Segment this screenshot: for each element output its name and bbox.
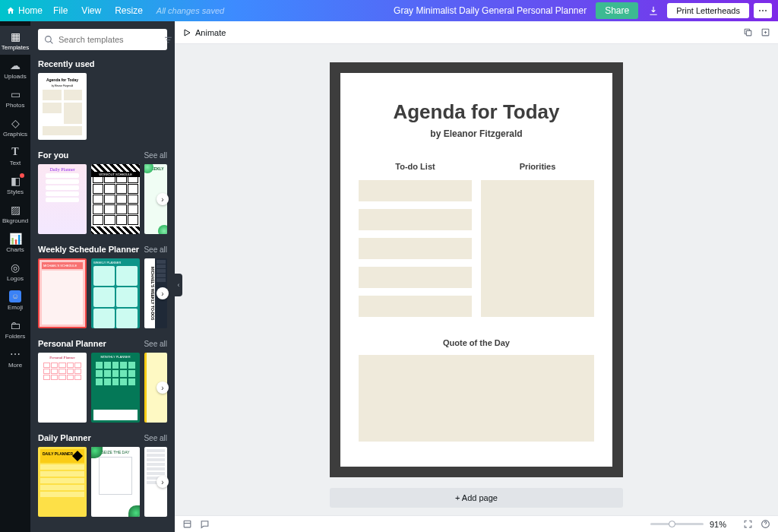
template-thumb[interactable]: Daily Planner [38,164,87,234]
rail-charts[interactable]: 📊 Charts [0,228,30,257]
download-button[interactable] [644,3,663,18]
new-page-button[interactable] [761,27,770,37]
template-thumb[interactable]: DAILY PLANNER [38,447,87,517]
see-all-link[interactable]: See all [144,434,167,442]
svg-rect-4 [184,521,191,527]
canvas-area[interactable]: Agenda for Today by Eleanor Fitzgerald T… [175,44,778,515]
home-label: Home [18,5,43,16]
section-title-personal: Personal Planner [38,339,106,348]
template-thumb[interactable]: Agenda for Today by Eleanor Fitzgerald [38,73,87,140]
section-title-weekly: Weekly Schedule Planner [38,245,139,254]
view-menu[interactable]: View [81,5,101,16]
rail-label: Charts [6,246,24,253]
rail-label: Bkground [2,217,28,224]
zoom-slider[interactable] [650,523,704,525]
animate-button[interactable]: Animate [182,28,226,37]
page-subtitle[interactable]: by Eleanor Fitzgerald [430,128,522,139]
see-all-link[interactable]: See all [144,340,167,348]
template-thumb[interactable]: WORKOUT SCHEDULE [91,164,140,234]
page-1[interactable]: Agenda for Today by Eleanor Fitzgerald T… [330,62,623,477]
file-menu[interactable]: File [53,5,68,16]
notes-button[interactable] [200,519,210,529]
see-all-link[interactable]: See all [144,151,167,160]
template-thumb[interactable]: Personal Planner [38,353,87,423]
help-button[interactable] [761,519,770,529]
templates-icon: ▦ [11,30,21,43]
svg-rect-2 [746,30,751,36]
scroll-right-button[interactable]: › [157,476,169,488]
template-thumb[interactable]: WEEKLY PLANNER [91,258,140,328]
scroll-right-button[interactable]: › [157,193,169,205]
rail-label: Styles [7,188,24,195]
page-content[interactable]: Agenda for Today by Eleanor Fitzgerald T… [340,73,612,467]
text-icon: T [11,146,18,158]
quote-heading[interactable]: Quote of the Day [443,338,510,347]
emoji-icon: ☺ [9,290,21,302]
quote-box[interactable] [359,355,594,442]
add-page-button[interactable]: + Add page [330,488,623,508]
save-status: All changes saved [157,6,224,15]
styles-badge [20,173,24,178]
fullscreen-button[interactable] [743,519,753,529]
charts-icon: 📊 [9,233,22,245]
rail-background[interactable]: ▨ Bkground [0,199,30,228]
rail-label: Folders [5,333,26,340]
logos-icon: ◎ [11,261,20,274]
print-button[interactable]: Print Letterheads [667,3,749,18]
rail-more[interactable]: ⋯ More [0,344,30,372]
rail-templates[interactable]: ▦ Templates [0,26,30,55]
filter-icon[interactable] [163,35,173,45]
templates-panel: Recently used Agenda for Today by Eleano… [30,21,175,532]
page-title[interactable]: Agenda for Today [393,100,559,124]
rail-uploads[interactable]: ☁ Uploads [0,55,30,84]
todo-item[interactable] [359,209,472,230]
background-icon: ▨ [11,204,21,216]
template-thumb[interactable]: MONTHLY PLANNER [91,353,140,423]
template-thumb[interactable]: MICHAEL'S SCHEDULE [38,258,87,328]
rail-label: Templates [2,44,29,51]
rail-text[interactable]: T Text [0,141,30,170]
todo-item[interactable] [359,267,472,288]
home-icon [6,6,15,15]
download-icon [648,5,659,16]
styles-icon: ◧ [11,175,21,187]
svg-point-0 [46,36,52,42]
scroll-right-button[interactable]: › [157,287,169,299]
search-input[interactable] [59,35,163,44]
home-button[interactable]: Home [6,5,43,16]
grid-view-button[interactable] [182,519,192,529]
rail-label: Logos [7,275,24,282]
see-all-link[interactable]: See all [144,245,167,254]
zoom-slider-thumb[interactable] [669,521,675,527]
rail-logos[interactable]: ◎ Logos [0,257,30,286]
collapse-panel-button[interactable]: ‹ [175,274,182,296]
svg-marker-1 [185,30,190,36]
copy-page-button[interactable] [743,27,753,37]
uploads-icon: ☁ [10,59,21,71]
rail-label: Text [10,160,21,166]
template-thumb[interactable]: SEIZE THE DAY [91,447,140,517]
rail-folders[interactable]: 🗀 Folders [0,315,30,344]
rail-graphics[interactable]: ◇ Graphics [0,112,30,141]
more-button[interactable]: ⋯ [754,3,772,18]
todo-item[interactable] [359,296,472,317]
rail-styles[interactable]: ◧ Styles [0,170,30,199]
rail-label: Uploads [4,73,26,80]
rail-photos[interactable]: ▭ Photos [0,84,30,112]
resize-menu[interactable]: Resize [115,5,143,16]
document-title[interactable]: Gray Minimalist Daily General Personal P… [394,5,587,16]
rail-emoji[interactable]: ☺ Emoji [0,286,30,315]
animate-label: Animate [195,28,226,37]
rail-label: Graphics [3,131,27,138]
scroll-right-button[interactable]: › [157,382,169,394]
share-button[interactable]: Share [596,2,638,19]
rail-label: Emoji [8,304,23,311]
photos-icon: ▭ [11,88,21,100]
priorities-box[interactable] [481,180,594,317]
todo-item[interactable] [359,180,472,201]
todo-heading[interactable]: To-do List [395,162,435,171]
todo-item[interactable] [359,238,472,259]
folders-icon: 🗀 [10,319,21,331]
priorities-heading[interactable]: Priorities [520,162,556,171]
zoom-value[interactable]: 91% [710,520,726,529]
